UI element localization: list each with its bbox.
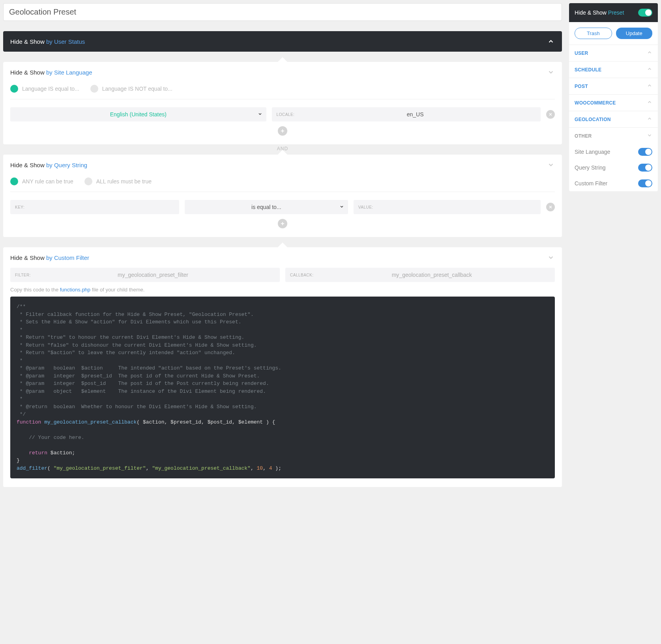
chevron-up-icon: [647, 99, 652, 106]
query-operator-select[interactable]: is equal to...: [185, 200, 348, 214]
custom-filter-toggle[interactable]: [638, 179, 652, 187]
sidebar-section-woocommerce[interactable]: WOOCOMMERCE: [569, 95, 658, 111]
chevron-down-icon: [547, 161, 555, 169]
update-button[interactable]: Update: [616, 28, 653, 39]
sidebar-item-site-language: Site Language: [569, 144, 658, 160]
chevron-up-icon: [647, 116, 652, 123]
chevron-down-icon: [647, 133, 652, 139]
code-hint: Copy this code to the functions.php file…: [10, 287, 555, 293]
preset-enabled-toggle[interactable]: [638, 9, 652, 17]
notch-icon: [277, 57, 288, 63]
add-rule-button[interactable]: [278, 219, 287, 228]
chevron-up-icon: [647, 83, 652, 90]
panel-site-language: Hide & Show by Site Language Language IS…: [3, 62, 562, 144]
language-select[interactable]: English (United States): [10, 107, 266, 121]
panel-site-language-header[interactable]: Hide & Show by Site Language: [3, 62, 562, 82]
functions-php-link[interactable]: functions.php: [60, 287, 90, 293]
panel-custom-filter: Hide & Show by Custom Filter FILTER: CAL…: [3, 247, 562, 487]
panel-user-status: Hide & Show by User Status: [3, 31, 562, 52]
query-key-field[interactable]: KEY:: [10, 200, 179, 214]
radio-lang-not-equal[interactable]: Language IS NOT equal to...: [90, 85, 172, 93]
sidebar-item-query-string: Query String: [569, 160, 658, 175]
sidebar-section-geolocation[interactable]: GEOLOCATION: [569, 111, 658, 127]
chevron-down-icon: [547, 68, 555, 76]
sidebar-item-custom-filter: Custom Filter: [569, 175, 658, 191]
caret-down-icon: [258, 111, 262, 118]
locale-field: LOCALE:: [272, 107, 541, 121]
callback-name-field: CALLBACK:: [285, 268, 555, 282]
panel-custom-filter-header[interactable]: Hide & Show by Custom Filter: [3, 247, 562, 268]
preset-title-input[interactable]: [3, 3, 562, 21]
chevron-up-icon: [647, 50, 652, 56]
filter-name-input[interactable]: [31, 272, 275, 278]
sidebar-section-post[interactable]: POST: [569, 78, 658, 94]
panel-query-string-header[interactable]: Hide & Show by Query String: [3, 155, 562, 175]
chevron-up-icon: [547, 37, 555, 45]
radio-all-rules[interactable]: ALL rules must be true: [84, 177, 152, 185]
chevron-up-icon: [647, 66, 652, 73]
locale-input[interactable]: [294, 111, 536, 118]
panel-user-status-header[interactable]: Hide & Show by User Status: [3, 31, 562, 52]
callback-name-input[interactable]: [314, 272, 550, 278]
caret-down-icon: [339, 204, 344, 210]
sidebar-section-other[interactable]: OTHER: [569, 128, 658, 144]
sidebar: Hide & Show Preset Trash Update USER SCH…: [569, 3, 658, 191]
remove-rule-button[interactable]: [546, 203, 555, 211]
remove-rule-button[interactable]: [546, 110, 555, 119]
radio-any-rule[interactable]: ANY rule can be true: [10, 177, 73, 185]
chevron-down-icon: [547, 254, 555, 261]
query-string-toggle[interactable]: [638, 164, 652, 172]
notch-icon: [277, 150, 288, 155]
code-snippet: /** * Filter callback function for the H…: [10, 297, 555, 478]
filter-name-field: FILTER:: [10, 268, 280, 282]
query-value-field[interactable]: VALUE:: [354, 200, 541, 214]
site-language-toggle[interactable]: [638, 148, 652, 156]
add-rule-button[interactable]: [278, 126, 287, 136]
radio-lang-is-equal[interactable]: Language IS equal to...: [10, 85, 79, 93]
sidebar-header: Hide & Show Preset: [569, 3, 658, 22]
sidebar-section-user[interactable]: USER: [569, 45, 658, 61]
trash-button[interactable]: Trash: [575, 28, 612, 39]
notch-icon: [277, 243, 288, 248]
panel-query-string: AND Hide & Show by Query String ANY rule…: [3, 155, 562, 237]
sidebar-section-schedule[interactable]: SCHEDULE: [569, 62, 658, 78]
